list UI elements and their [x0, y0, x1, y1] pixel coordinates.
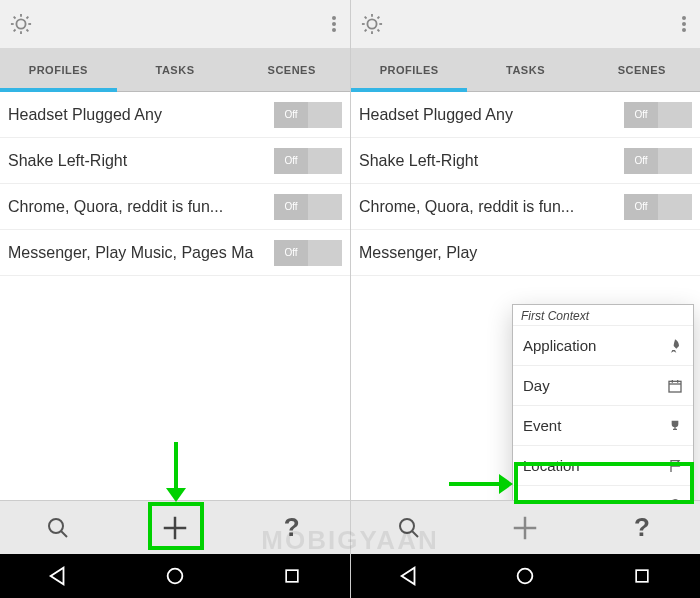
- profile-toggle[interactable]: Off: [274, 194, 342, 220]
- android-nav-bar: [351, 554, 700, 598]
- search-button[interactable]: [351, 501, 467, 554]
- svg-point-39: [518, 569, 533, 584]
- action-bar: [351, 0, 700, 48]
- context-menu-title: First Context: [513, 305, 693, 325]
- svg-rect-15: [286, 570, 298, 582]
- tasker-logo-icon: [10, 13, 32, 35]
- profile-row[interactable]: Chrome, Quora, reddit is fun... Off: [351, 184, 700, 230]
- context-menu-label: Day: [523, 377, 550, 394]
- svg-line-23: [365, 30, 367, 32]
- svg-line-22: [378, 30, 380, 32]
- profile-row[interactable]: Shake Left-Right Off: [0, 138, 350, 184]
- context-menu-item-event[interactable]: Event: [513, 405, 693, 445]
- toggle-off-label: Off: [624, 148, 658, 174]
- tab-label: TASKS: [506, 64, 545, 76]
- android-nav-bar: [0, 554, 350, 598]
- profile-toggle[interactable]: Off: [624, 194, 692, 220]
- profile-toggle[interactable]: Off: [624, 148, 692, 174]
- tab-bar: PROFILES TASKS SCENES: [0, 48, 350, 92]
- context-menu-item-location[interactable]: Location: [513, 445, 693, 485]
- action-bar: [0, 0, 350, 48]
- search-button[interactable]: [0, 501, 117, 554]
- svg-rect-25: [669, 381, 681, 392]
- add-button[interactable]: [117, 501, 234, 554]
- profile-row[interactable]: Headset Plugged Any Off: [0, 92, 350, 138]
- profile-list: Headset Plugged Any Off Shake Left-Right…: [351, 92, 700, 500]
- context-menu-item-application[interactable]: Application: [513, 325, 693, 365]
- tab-tasks[interactable]: TASKS: [467, 48, 583, 91]
- profile-label: Headset Plugged Any: [8, 106, 268, 124]
- profile-row[interactable]: Messenger, Play Music, Pages Ma Off: [0, 230, 350, 276]
- bottom-toolbar: ?: [351, 500, 700, 554]
- profile-toggle[interactable]: Off: [274, 240, 342, 266]
- tab-tasks[interactable]: TASKS: [117, 48, 234, 91]
- trophy-icon: [665, 418, 683, 434]
- svg-point-0: [16, 19, 25, 28]
- tab-label: PROFILES: [380, 64, 439, 76]
- svg-marker-38: [402, 568, 415, 585]
- help-icon: ?: [634, 512, 650, 543]
- svg-line-8: [27, 17, 29, 19]
- svg-line-21: [365, 17, 367, 19]
- context-menu-label: State: [523, 497, 558, 500]
- context-menu: First Context Application Day Event Loca…: [512, 304, 694, 500]
- nav-back-button[interactable]: [394, 561, 424, 591]
- tab-profiles[interactable]: PROFILES: [0, 48, 117, 91]
- svg-line-35: [412, 531, 418, 537]
- svg-line-24: [378, 17, 380, 19]
- help-button[interactable]: ?: [584, 501, 700, 554]
- toggle-off-label: Off: [274, 102, 308, 128]
- tab-profiles[interactable]: PROFILES: [351, 48, 467, 91]
- nav-recent-button[interactable]: [627, 561, 657, 591]
- plus-icon: [510, 513, 540, 543]
- toggle-off-label: Off: [624, 102, 658, 128]
- context-menu-item-state[interactable]: State: [513, 485, 693, 500]
- svg-marker-13: [51, 568, 64, 585]
- profile-label: Messenger, Play Music, Pages Ma: [8, 244, 268, 262]
- phone-right: PROFILES TASKS SCENES Headset Plugged An…: [350, 0, 700, 598]
- svg-point-34: [400, 519, 414, 533]
- profile-toggle[interactable]: Off: [274, 148, 342, 174]
- search-icon: [46, 516, 70, 540]
- svg-point-9: [49, 519, 63, 533]
- context-menu-label: Event: [523, 417, 561, 434]
- profile-row[interactable]: Chrome, Quora, reddit is fun... Off: [0, 184, 350, 230]
- nav-home-button[interactable]: [160, 561, 190, 591]
- contrast-icon: [665, 498, 683, 501]
- toggle-off-label: Off: [624, 194, 658, 220]
- svg-point-16: [367, 19, 376, 28]
- flag-icon: [665, 458, 683, 474]
- tab-scenes[interactable]: SCENES: [584, 48, 700, 91]
- profile-toggle[interactable]: Off: [624, 102, 692, 128]
- svg-line-5: [14, 17, 16, 19]
- toggle-off-label: Off: [274, 148, 308, 174]
- tab-label: TASKS: [156, 64, 195, 76]
- nav-back-button[interactable]: [43, 561, 73, 591]
- profile-toggle[interactable]: Off: [274, 102, 342, 128]
- tab-scenes[interactable]: SCENES: [233, 48, 350, 91]
- profile-label: Messenger, Play: [359, 244, 686, 262]
- context-menu-label: Location: [523, 457, 580, 474]
- nav-recent-button[interactable]: [277, 561, 307, 591]
- add-button[interactable]: [467, 501, 583, 554]
- phone-left: PROFILES TASKS SCENES Headset Plugged An…: [0, 0, 350, 598]
- plus-icon: [160, 513, 190, 543]
- toggle-off-label: Off: [274, 194, 308, 220]
- help-icon: ?: [284, 512, 300, 543]
- profile-label: Shake Left-Right: [359, 152, 618, 170]
- calendar-icon: [665, 378, 683, 394]
- context-menu-item-day[interactable]: Day: [513, 365, 693, 405]
- svg-line-10: [61, 531, 67, 537]
- profile-label: Shake Left-Right: [8, 152, 268, 170]
- nav-home-button[interactable]: [510, 561, 540, 591]
- profile-row[interactable]: Shake Left-Right Off: [351, 138, 700, 184]
- overflow-menu-button[interactable]: [328, 12, 340, 36]
- tab-label: PROFILES: [29, 64, 88, 76]
- profile-row[interactable]: Headset Plugged Any Off: [351, 92, 700, 138]
- help-button[interactable]: ?: [233, 501, 350, 554]
- profile-list: Headset Plugged Any Off Shake Left-Right…: [0, 92, 350, 500]
- tab-bar: PROFILES TASKS SCENES: [351, 48, 700, 92]
- search-icon: [397, 516, 421, 540]
- profile-row[interactable]: Messenger, Play: [351, 230, 700, 276]
- overflow-menu-button[interactable]: [678, 12, 690, 36]
